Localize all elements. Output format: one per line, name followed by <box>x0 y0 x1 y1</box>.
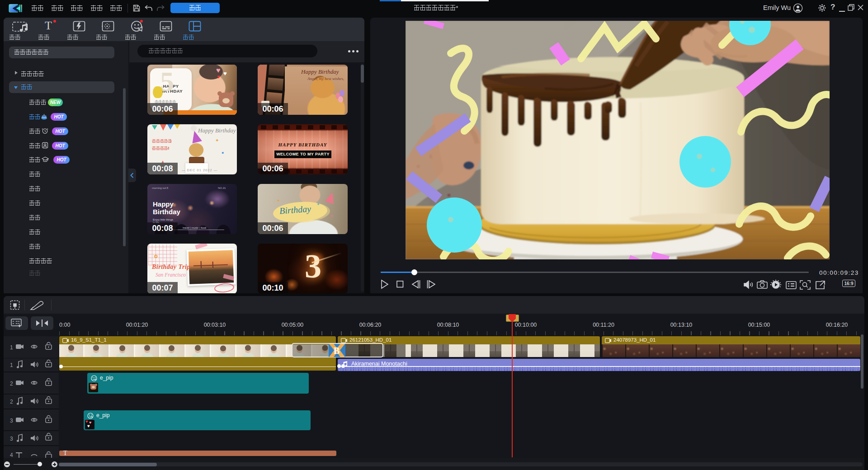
svg-text:4: 4 <box>10 452 13 458</box>
svg-text:2: 2 <box>10 381 13 387</box>
svg-text:B: B <box>334 346 340 356</box>
svg-text:3: 3 <box>10 418 13 424</box>
svg-text:1: 1 <box>10 362 13 368</box>
svg-text:2: 2 <box>10 399 13 405</box>
svg-text:3: 3 <box>10 436 13 442</box>
svg-text:1: 1 <box>10 344 13 351</box>
